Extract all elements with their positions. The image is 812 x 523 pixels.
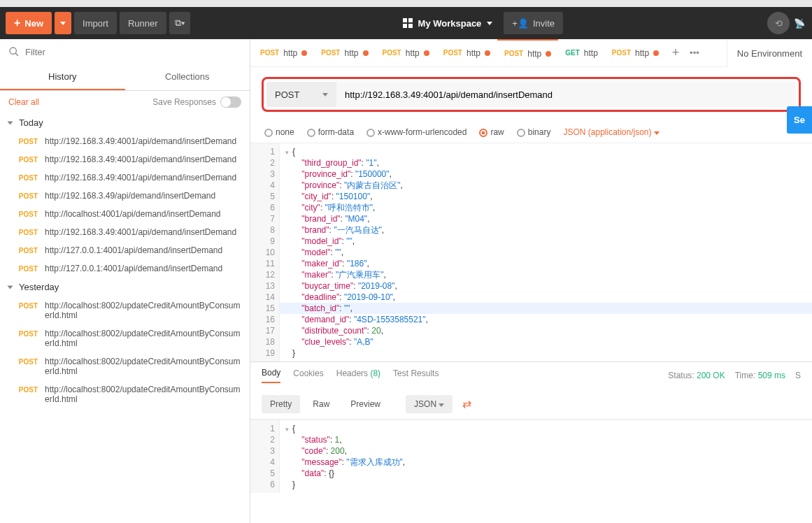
svg-line-1 bbox=[15, 53, 18, 56]
raw-button[interactable]: Raw bbox=[304, 395, 338, 413]
wrap-icon[interactable]: ⇄ bbox=[457, 394, 477, 413]
method-selector[interactable]: POST bbox=[266, 82, 336, 107]
svg-point-0 bbox=[10, 48, 16, 54]
sidebar: History Collections Clear all Save Respo… bbox=[0, 39, 250, 523]
environment-selector[interactable]: No Environment bbox=[727, 39, 812, 67]
tab-overflow-button[interactable]: ••• bbox=[685, 48, 704, 58]
history-item[interactable]: POSThttp://192.168.3.49/api/demand/inser… bbox=[0, 187, 250, 205]
request-body-editor[interactable]: 12345678910111213141516171819 ▾{ "third_… bbox=[250, 143, 812, 361]
history-item[interactable]: POSThttp://192.168.3.49:4001/api/demand/… bbox=[0, 169, 250, 187]
request-tab[interactable]: POSThttp bbox=[314, 39, 375, 67]
content-type-selector[interactable]: JSON (application/json) bbox=[563, 127, 659, 137]
request-tab[interactable]: GEThttp bbox=[558, 39, 605, 67]
invite-button[interactable]: +👤Invite bbox=[504, 12, 563, 34]
format-selector[interactable]: JSON bbox=[406, 395, 453, 413]
url-input[interactable] bbox=[336, 82, 796, 107]
import-button[interactable]: Import bbox=[74, 12, 117, 34]
clear-all-link[interactable]: Clear all bbox=[8, 97, 39, 107]
invite-icon: +👤 bbox=[512, 18, 529, 29]
tab-history[interactable]: History bbox=[0, 64, 125, 90]
pretty-button[interactable]: Pretty bbox=[262, 395, 300, 413]
history-item[interactable]: POSThttp://localhost:8002/updateCreditAm… bbox=[0, 296, 250, 324]
request-tab[interactable]: POSThttp bbox=[253, 39, 314, 67]
satellite-icon[interactable]: 📡 bbox=[792, 18, 806, 29]
runner-button[interactable]: Runner bbox=[120, 12, 166, 34]
capture-button[interactable]: ⧉▾ bbox=[169, 12, 190, 34]
filter-input[interactable] bbox=[25, 47, 241, 57]
content-area: No Environment POSThttpPOSThttpPOSThttpP… bbox=[250, 39, 812, 523]
body-type-none[interactable]: none bbox=[264, 127, 294, 137]
request-tab[interactable]: POSThttp bbox=[436, 39, 497, 67]
history-item[interactable]: POSThttp://192.168.3.49:4001/api/demand/… bbox=[0, 223, 250, 241]
new-dropdown[interactable] bbox=[55, 12, 71, 34]
workspace-icon bbox=[403, 18, 413, 28]
preview-button[interactable]: Preview bbox=[342, 395, 389, 413]
history-item[interactable]: POSThttp://localhost:8002/updateCreditAm… bbox=[0, 352, 250, 380]
response-body-editor[interactable]: 123456 ▾{ "status": 1, "code": 200, "mes… bbox=[250, 420, 812, 493]
history-item[interactable]: POSThttp://192.168.3.49:4001/api/demand/… bbox=[0, 132, 250, 150]
size-label: S bbox=[795, 371, 801, 380]
history-item[interactable]: POSThttp://localhost:8002/updateCreditAm… bbox=[0, 324, 250, 352]
body-type-raw[interactable]: raw bbox=[479, 127, 504, 137]
history-item[interactable]: POSThttp://127.0.0.1:4001/api/demand/ins… bbox=[0, 241, 250, 259]
body-type-binary[interactable]: binary bbox=[517, 127, 551, 137]
status-label: Status: 200 OK bbox=[668, 371, 725, 380]
history-item[interactable]: POSThttp://localhost:8002/updateCreditAm… bbox=[0, 380, 250, 408]
response-tab-test-results[interactable]: Test Results bbox=[393, 368, 439, 382]
new-button[interactable]: +New bbox=[6, 12, 52, 34]
add-tab-button[interactable]: + bbox=[666, 45, 685, 60]
request-tab[interactable]: POSThttp bbox=[497, 39, 558, 67]
history-group-header[interactable]: Yesterday bbox=[0, 278, 250, 296]
time-label: Time: 509 ms bbox=[735, 371, 785, 380]
response-tab-headers[interactable]: Headers (8) bbox=[336, 368, 380, 382]
history-item[interactable]: POSThttp://localhost:4001/api/demand/ins… bbox=[0, 205, 250, 223]
response-tab-body[interactable]: Body bbox=[262, 368, 280, 383]
request-tab[interactable]: POSThttp bbox=[376, 39, 436, 67]
response-tab-cookies[interactable]: Cookies bbox=[293, 368, 323, 382]
body-type-form-data[interactable]: form-data bbox=[307, 127, 354, 137]
tab-collections[interactable]: Collections bbox=[125, 64, 250, 90]
history-item[interactable]: POSThttp://127.0.0.1:4001/api/demand/ins… bbox=[0, 259, 250, 278]
sync-icon[interactable]: ⟲ bbox=[767, 12, 790, 34]
history-group-header[interactable]: Today bbox=[0, 113, 250, 132]
save-responses-toggle[interactable] bbox=[220, 96, 241, 108]
save-responses-label: Save Responses bbox=[152, 97, 216, 107]
url-bar: POST bbox=[262, 77, 801, 112]
search-icon bbox=[8, 46, 20, 57]
request-tab[interactable]: POSThttp bbox=[605, 39, 666, 67]
workspace-selector[interactable]: My Workspace bbox=[394, 14, 501, 33]
history-item[interactable]: POSThttp://192.168.3.49:4001/api/demand/… bbox=[0, 150, 250, 169]
send-button[interactable]: Se bbox=[787, 106, 812, 134]
body-type-urlencoded[interactable]: x-www-form-urlencoded bbox=[366, 127, 466, 137]
body-type-row: none form-data x-www-form-urlencoded raw… bbox=[250, 122, 812, 143]
